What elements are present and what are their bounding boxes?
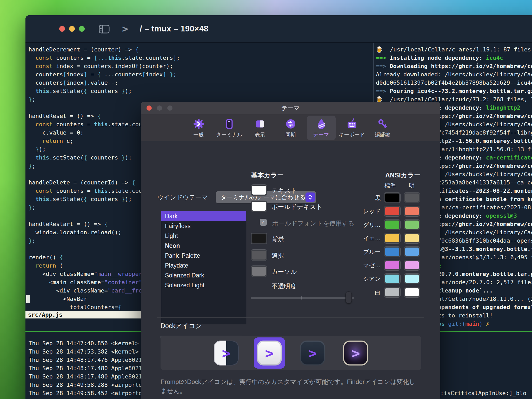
ansi-std-swatch-1[interactable]	[384, 206, 401, 217]
prompt-glyph-icon: >	[257, 341, 282, 365]
tab-テーマ[interactable]: テーマ	[307, 116, 336, 140]
theme-item-Fairyfloss[interactable]: Fairyfloss	[161, 221, 246, 231]
basic-colors-heading: 基本カラー	[251, 171, 284, 179]
ansi-std-swatch-3[interactable]	[384, 233, 401, 244]
terminal-line: const index = counters.indexOf(counter);	[29, 62, 173, 71]
section-divider	[157, 317, 424, 318]
terminal-line: <div className="main__wrapper">	[29, 270, 149, 278]
terminal-titlebar: > / – tmux – 190×48	[25, 15, 532, 43]
ansi-std-swatch-2[interactable]	[384, 219, 401, 230]
terminal-line: this.setState({ counters });	[29, 87, 132, 96]
tab-同期[interactable]: 同期	[276, 116, 305, 140]
terminal-line: counters[index] = { ...counters[index] }…	[29, 71, 177, 79]
basic-color-4-swatch[interactable]	[251, 265, 267, 277]
tab-表示[interactable]: 表示	[246, 116, 274, 140]
dock-icon-split[interactable]: >	[211, 337, 242, 369]
dock-icon-light-selected[interactable]: >	[254, 337, 285, 369]
ansi-bright-column-label: 明	[409, 182, 415, 190]
ansi-bright-swatch-3[interactable]	[404, 233, 420, 244]
terminal-line: return c;	[29, 137, 73, 145]
opacity-slider-track[interactable]	[251, 297, 354, 299]
ansi-label-1: レッド	[339, 208, 381, 215]
terminal-line: ==> Pouring icu4c--73.2.monterey.bottle.…	[376, 87, 532, 96]
theme-item-Light[interactable]: Light	[161, 231, 246, 241]
theme-item-Playdate[interactable]: Playdate	[161, 261, 246, 270]
ansi-label-3: イエ…	[339, 235, 381, 242]
prompt-glyph-icon: >	[214, 341, 239, 365]
theme-item-Dark[interactable]: Dark	[161, 211, 246, 221]
chevron-up-down-icon	[305, 192, 315, 202]
terminal-line: this.setState({ counters });	[29, 195, 132, 204]
zoom-button[interactable]	[79, 26, 85, 32]
basic-color-1-swatch[interactable]	[251, 201, 267, 212]
desktop: > / – tmux – 190×48 handleDecrement = (c…	[0, 0, 532, 399]
ansi-bright-swatch-0[interactable]	[404, 192, 420, 203]
ansi-bright-swatch-6[interactable]	[404, 273, 420, 284]
ansi-bright-swatch-5[interactable]	[404, 260, 420, 271]
tab-label: 一般	[194, 131, 204, 138]
ansi-std-swatch-7[interactable]	[384, 287, 401, 298]
tab-label: 表示	[255, 131, 265, 138]
ansi-std-swatch-0[interactable]	[384, 192, 401, 203]
ansi-bright-swatch-7[interactable]	[404, 287, 420, 298]
basic-color-3-label: 選択	[271, 251, 284, 260]
terminal-line: });	[29, 145, 46, 154]
gear-icon	[192, 118, 205, 130]
prompt-glyph-icon: >	[300, 341, 325, 365]
sidebar-toggle-icon[interactable]	[99, 25, 110, 34]
ansi-std-swatch-4[interactable]	[384, 246, 401, 257]
terminal-line: totalCounters={	[29, 303, 122, 312]
ansi-std-swatch-5[interactable]	[384, 260, 401, 271]
terminal-line: ==> Installing node dependency: icu4c	[376, 54, 503, 62]
dock-icon-dark[interactable]: >	[297, 337, 328, 369]
dock-icon-picker: >>>>	[161, 336, 421, 370]
basic-color-2-swatch[interactable]	[251, 233, 267, 244]
terminal-line: 🍺 /usr/local/Cellar/c-ares/1.19.1: 87 fi…	[376, 46, 532, 54]
tab-ターミナル[interactable]: ターミナル	[215, 116, 244, 140]
terminal-line: };	[29, 237, 36, 245]
tab-label: テーマ	[313, 131, 329, 138]
sync-icon	[284, 118, 297, 130]
terminal-line: window.location.reload();	[29, 229, 122, 237]
minimize-button[interactable]	[69, 26, 75, 32]
opacity-slider-tick	[301, 296, 302, 300]
terminal-line: Already downloaded: /Users/buckley/Libra…	[376, 71, 532, 79]
dock-icon-metal[interactable]: >	[340, 337, 371, 369]
tab-一般[interactable]: 一般	[184, 116, 213, 140]
terminal-line: const counters = [...this.state.counters…	[29, 54, 180, 62]
ansi-bright-swatch-4[interactable]	[404, 246, 420, 257]
close-button[interactable]	[59, 26, 65, 32]
tab-label: 同期	[285, 131, 296, 138]
terminal-line: };	[29, 204, 36, 212]
ansi-label-7: 白	[339, 289, 381, 296]
dialog-title: テーマ	[141, 102, 440, 114]
theme-drop-icon	[315, 118, 328, 130]
basic-color-3-swatch[interactable]	[251, 249, 267, 261]
theme-item-Solarized Dark[interactable]: Solarized Dark	[161, 270, 246, 280]
preferences-tabbar: 一般ターミナル表示同期テーマキーボード認証鍵	[141, 114, 440, 142]
window-title: / – tmux – 190×48	[140, 24, 208, 34]
window-theme-label: ウインドウテーマ	[157, 193, 208, 202]
terminal-line: handleRestart = () => {	[29, 220, 108, 229]
tab-キーボード[interactable]: キーボード	[338, 116, 366, 140]
terminal-line: d0de0651611397cb02f4b4e2bb37898ba52a629-…	[376, 79, 532, 87]
theme-item-Neon[interactable]: Neon	[161, 241, 246, 251]
ansi-bright-swatch-1[interactable]	[404, 206, 420, 217]
terminal-line: counters[index].value--;	[29, 79, 118, 87]
terminal-line: <div className="card__front">	[29, 287, 156, 295]
basic-color-0-swatch[interactable]	[251, 184, 267, 196]
theme-item-Panic Palette[interactable]: Panic Palette	[161, 251, 246, 261]
bold-font-checkbox[interactable]: ✓	[260, 219, 267, 226]
terminal-line: return (	[29, 262, 63, 270]
tab-認証鍵[interactable]: 認証鍵	[368, 116, 397, 140]
terminal-line: c.value = 0;	[29, 129, 84, 137]
ansi-label-4: ブルー	[339, 248, 381, 256]
ansi-label-5: マゼ…	[339, 262, 381, 269]
basic-color-1-label: ボールドテキスト	[271, 203, 322, 211]
ansi-bright-swatch-2[interactable]	[404, 219, 420, 230]
terminal-line: render() {	[29, 254, 63, 262]
ansi-colors-heading: ANSIカラー	[385, 171, 421, 179]
theme-item-Solarized Light[interactable]: Solarized Light	[161, 280, 246, 290]
opacity-label: 不透明度	[271, 282, 296, 290]
ansi-std-swatch-6[interactable]	[384, 273, 401, 284]
